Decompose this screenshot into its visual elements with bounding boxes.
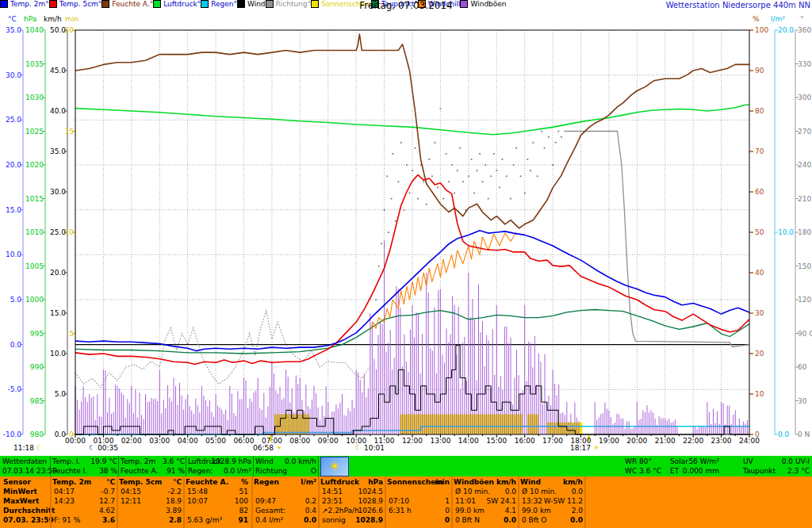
x-tick-label: 09:00 bbox=[316, 437, 341, 445]
axis-tick-label-tempC: 25.0 bbox=[0, 116, 21, 124]
axis-tick-label-kmh: 15.0 bbox=[29, 309, 66, 317]
status-label: Wetterdaten bbox=[2, 457, 47, 465]
axis-unit-deg: ° bbox=[800, 15, 804, 23]
table-cell-value: 18.9 bbox=[119, 497, 182, 505]
axis-tick-label-lm2: 20.0 bbox=[778, 26, 794, 34]
axis-tick-label-kmh: 10.0 bbox=[29, 350, 66, 358]
status-value: O bbox=[255, 467, 316, 475]
x-tick-label: 02:00 bbox=[119, 437, 144, 445]
table-row-label: Sensor bbox=[3, 478, 31, 486]
x-tick-label: 03:00 bbox=[147, 437, 172, 445]
axis-unit-hPa: hPa bbox=[24, 15, 36, 23]
axis-tick-label-tempC: 0.0 bbox=[0, 341, 21, 349]
sunset-marker: 18:17 ☀ bbox=[570, 444, 599, 452]
table-cell-value: 1 bbox=[387, 497, 450, 505]
status-label: 07.03.14 23:59 bbox=[2, 467, 57, 475]
axis-tick-label-deg: 30 bbox=[798, 397, 806, 405]
axis-tick-label-deg: 300 bbox=[798, 94, 811, 101]
x-tick-label: 24:00 bbox=[737, 437, 762, 445]
table-separator bbox=[318, 476, 320, 528]
axis-tick-label-kmh: 30.0 bbox=[29, 188, 66, 196]
stats-table: SensorMinWertMaxWertDurchschnitt07.03. 2… bbox=[0, 476, 812, 528]
axis-tick-label-deg: 0 N bbox=[798, 430, 810, 438]
table-cell-value: -0.7 bbox=[52, 488, 115, 495]
axis-tick-label-hPa: 1030 bbox=[7, 94, 44, 101]
axis-tick-label-kmh: 40.0 bbox=[29, 107, 66, 115]
status-label: WR 80° bbox=[625, 457, 652, 465]
x-tick-label: 05:00 bbox=[203, 437, 228, 445]
axis-tick-label-pct: 100 bbox=[755, 26, 768, 34]
x-tick-label: 14:00 bbox=[456, 437, 481, 445]
axis-tick-label-tempC: 10.0 bbox=[0, 251, 21, 258]
x-tick-label: 13:00 bbox=[427, 437, 453, 445]
moon-icon: ☾ bbox=[36, 444, 43, 452]
table-cell-value: 0.2 bbox=[254, 497, 316, 505]
x-tick-label: 12:00 bbox=[400, 437, 425, 445]
x-tick-label: 21:00 bbox=[653, 437, 678, 445]
status-value: 0.0 UV-I bbox=[743, 457, 810, 465]
table-cell-value: 1028.9 bbox=[320, 516, 383, 524]
table-cell-value: 2.8 bbox=[119, 516, 182, 524]
sunset-label: 18:17 bbox=[570, 444, 591, 452]
status-value: 3.6 °C bbox=[121, 457, 185, 465]
table-cell-value: 0.0 bbox=[520, 488, 583, 495]
axis-tick-label-hPa: 1000 bbox=[7, 296, 44, 304]
axis-tick-label-pct: 80 bbox=[755, 107, 764, 115]
table-col-unit: °C bbox=[52, 478, 115, 486]
axis-tick-label-deg: 270 W bbox=[798, 128, 812, 136]
table-cell-value: 3.6 bbox=[52, 516, 115, 524]
table-cell-value: 0.4 bbox=[254, 507, 316, 515]
table-cell-value: 51 bbox=[186, 488, 248, 495]
table-separator bbox=[385, 476, 386, 528]
weather-condition-icon: ☀ bbox=[320, 457, 349, 476]
moonrise-label: 10:01 bbox=[364, 444, 385, 452]
axis-tick-label-hPa: 985 bbox=[7, 397, 44, 405]
table-cell-value: 1024.5 bbox=[320, 488, 383, 495]
table-col-unit: km/h bbox=[520, 478, 583, 486]
table-separator bbox=[584, 476, 586, 528]
table-cell-value: 82 bbox=[186, 507, 248, 515]
axis-tick-label-lm2: 10.0 bbox=[778, 228, 794, 236]
weather-chart bbox=[0, 0, 812, 456]
table-cell-value: W-SW 11.2 bbox=[520, 497, 583, 505]
x-tick-label: 17:00 bbox=[540, 437, 565, 445]
weather-dashboard: Freitag, 07.03.2014 Wetterstation Nieder… bbox=[0, 0, 812, 528]
axis-tick-label-tempC: 15.0 bbox=[0, 206, 21, 214]
table-cell-value: 0 bbox=[387, 507, 450, 515]
axis-tick-label-min: 15 bbox=[37, 128, 74, 136]
table-col-unit: min bbox=[387, 478, 450, 486]
axis-tick-label-hPa: 1020 bbox=[7, 161, 44, 169]
axis-tick-label-deg: 240 bbox=[798, 161, 811, 169]
axis-tick-label-pct: 60 bbox=[755, 188, 764, 196]
table-cell-value: 4.1 bbox=[454, 507, 516, 515]
axis-unit-pct: % bbox=[753, 15, 760, 23]
axis-tick-label-pct: 20 bbox=[755, 350, 764, 358]
x-tick-label: 08:00 bbox=[287, 437, 312, 445]
table-separator bbox=[251, 476, 253, 528]
status-bar: Wetterdaten07.03.14 23:59Temp. I.19.9 °C… bbox=[0, 456, 812, 476]
axis-tick-label-kmh: 5.0 bbox=[29, 390, 66, 398]
moonset-marker: ☾ 00:35 bbox=[89, 444, 118, 452]
axis-unit-min: min bbox=[65, 15, 79, 23]
table-cell-value: 0.0 bbox=[454, 488, 516, 495]
status-value: 0.0 l/m² bbox=[188, 467, 251, 475]
axis-tick-label-tempC: 30.0 bbox=[0, 71, 21, 79]
moonrise-marker: ☾ 10:01 bbox=[355, 444, 385, 452]
table-cell-value: 91 bbox=[186, 516, 248, 524]
axis-tick-label-hPa: 1015 bbox=[7, 195, 44, 203]
table-row-label: 07.03. 23:59 bbox=[3, 516, 54, 524]
table-cell-value: 3.89 bbox=[119, 507, 182, 515]
table-cell-value: 0.0 bbox=[454, 516, 516, 524]
moonset-label: 00:35 bbox=[98, 444, 118, 452]
table-cell-value: 0.0 bbox=[520, 516, 583, 524]
axis-tick-label-pct: 40 bbox=[755, 269, 764, 277]
status-value: 19.9 °C bbox=[52, 457, 117, 465]
table-cell-value: 4.62 bbox=[52, 507, 115, 515]
table-cell-value: 0.0 bbox=[254, 516, 316, 524]
table-cell-value: 2.0 bbox=[520, 507, 583, 515]
status-value: 38 % bbox=[52, 467, 117, 475]
status-value: 0.000 mm bbox=[670, 467, 719, 475]
table-separator bbox=[117, 476, 118, 528]
table-cell-value: 12.7 bbox=[52, 497, 115, 505]
table-col-unit: km/h bbox=[454, 478, 516, 486]
